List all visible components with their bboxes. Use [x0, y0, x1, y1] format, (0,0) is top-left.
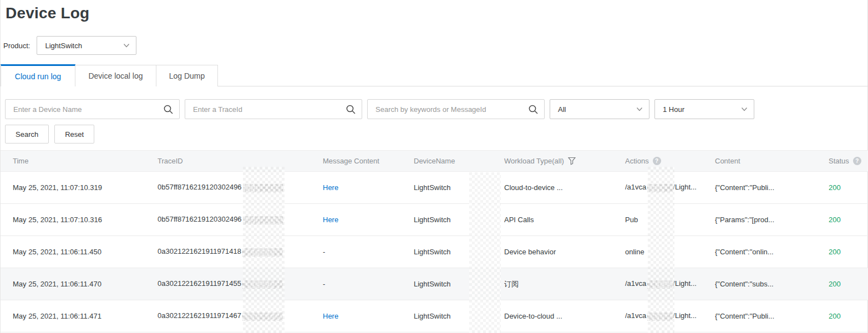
action-button-row: Search Reset — [5, 125, 94, 144]
action-text: /a1vca — [625, 279, 646, 288]
cell-message-content: Here — [323, 312, 414, 320]
cell-traceid: 0a3021221621911971467 — [158, 311, 323, 320]
cell-time: May 25, 2021, 11:07:10.316 — [13, 216, 158, 224]
redacted-block — [242, 280, 283, 289]
redacted-block — [647, 280, 673, 289]
cell-workload-type: Cloud-to-device ... — [504, 183, 625, 192]
cell-content: {"Params":"[prod... — [715, 216, 829, 224]
help-circle-icon[interactable] — [853, 157, 861, 165]
col-header-actions-label: Actions — [625, 157, 649, 165]
cell-workload-type: 订阅 — [504, 279, 625, 289]
col-header-workload-type: Workload Type(all) — [504, 157, 625, 165]
log-table: Time TraceID Message Content DeviceName … — [1, 150, 868, 332]
cell-traceid: 0b57ff8716219120302496 — [158, 215, 323, 224]
trace-id-input[interactable] — [185, 100, 362, 119]
cell-time: May 25, 2021, 11:06:11.470 — [13, 280, 158, 288]
cell-status: 200 — [829, 183, 868, 192]
col-header-message-content: Message Content — [323, 157, 414, 165]
filter-funnel-icon[interactable] — [568, 157, 576, 165]
cell-workload-type: Device-to-cloud ... — [504, 312, 625, 320]
message-empty: - — [323, 248, 325, 256]
product-select[interactable]: LightSwitch — [37, 36, 136, 55]
col-header-time: Time — [13, 157, 158, 165]
filter-toolbar: All 1 Hour — [5, 99, 754, 119]
traceid-text: 0a3021221621911971467 — [158, 311, 241, 320]
col-header-content: Content — [715, 157, 829, 165]
cell-message-content: Here — [323, 183, 414, 192]
cell-status: 200 — [829, 312, 868, 320]
chevron-down-icon — [123, 42, 130, 49]
traceid-text: 0a3021221621911971455 — [158, 279, 241, 288]
table-row: May 25, 2021, 11:07:10.3160b57ff87162191… — [1, 204, 868, 236]
tab-bar: Cloud run log Device local log Log Dump — [1, 65, 868, 86]
cell-traceid: 0a3021221621911971455 — [158, 279, 323, 288]
redacted-block — [242, 248, 283, 257]
action-text: /a1vca — [625, 311, 646, 320]
redacted-block — [243, 216, 283, 224]
device-name-search — [5, 99, 180, 119]
col-header-status: Status — [829, 157, 868, 165]
action-text: online — [625, 248, 644, 256]
help-circle-icon[interactable] — [653, 157, 661, 165]
cell-devicename: LightSwitch — [414, 216, 504, 224]
chevron-down-icon — [740, 105, 748, 113]
search-button[interactable]: Search — [5, 125, 49, 144]
message-here-link[interactable]: Here — [323, 216, 338, 224]
table-row: May 25, 2021, 11:06:11.4710a302122162191… — [1, 300, 868, 332]
cell-content: {"Content":"subs... — [715, 280, 829, 288]
table-row: May 25, 2021, 11:06:11.4500a302122162191… — [1, 236, 868, 268]
trace-id-search — [185, 99, 362, 119]
cell-status: 200 — [829, 216, 868, 224]
action-text: /Light... — [673, 279, 697, 288]
keyword-search — [367, 99, 545, 119]
log-type-select-value: All — [558, 105, 566, 114]
reset-button[interactable]: Reset — [54, 125, 94, 144]
cell-content: {"Content":"onlin... — [715, 248, 829, 256]
search-icon[interactable] — [528, 104, 539, 115]
cell-content: {"Content":"Publi... — [715, 183, 829, 192]
product-label: Product: — [3, 42, 30, 50]
cell-devicename: LightSwitch — [414, 248, 504, 256]
cell-workload-type: API Calls — [504, 216, 625, 224]
cell-devicename: LightSwitch — [414, 280, 504, 288]
search-icon[interactable] — [346, 104, 356, 115]
traceid-text: 0b57ff8716219120302496 — [158, 215, 242, 223]
cell-status: 200 — [829, 248, 868, 256]
tab-log-dump[interactable]: Log Dump — [156, 65, 218, 86]
log-type-select[interactable]: All — [550, 99, 649, 119]
cell-content: {"Content":"Publi... — [715, 312, 829, 320]
cell-actions: /a1vca/Light... — [625, 279, 715, 288]
cell-traceid: 0b57ff8716219120302496 — [158, 183, 323, 192]
cell-traceid: 0a3021221621911971418 — [158, 247, 323, 256]
message-here-link[interactable]: Here — [323, 183, 338, 192]
keyword-input[interactable] — [368, 100, 544, 119]
device-name-input[interactable] — [6, 100, 179, 119]
search-icon[interactable] — [163, 104, 174, 115]
traceid-text: 0a3021221621911971418 — [158, 247, 241, 255]
message-here-link[interactable]: Here — [323, 312, 338, 320]
table-row: May 25, 2021, 11:06:11.4700a302122162191… — [1, 268, 868, 300]
tab-cloud-run-log[interactable]: Cloud run log — [1, 64, 75, 86]
time-range-select[interactable]: 1 Hour — [654, 99, 754, 119]
cell-actions: Pub — [625, 216, 715, 224]
cell-time: May 25, 2021, 11:06:11.450 — [13, 248, 158, 256]
chevron-down-icon — [636, 105, 643, 113]
cell-actions: online — [625, 248, 715, 256]
cell-status: 200 — [829, 280, 868, 288]
cell-message-content: - — [323, 248, 414, 256]
message-empty: - — [323, 280, 325, 288]
action-text: /Light... — [673, 183, 697, 191]
cell-time: May 25, 2021, 11:07:10.319 — [13, 183, 158, 192]
traceid-text: 0b57ff8716219120302496 — [158, 183, 242, 191]
product-filter-row: Product: LightSwitch — [3, 35, 136, 55]
col-header-workload-type-label: Workload Type(all) — [504, 157, 564, 165]
cell-message-content: Here — [323, 216, 414, 224]
tab-device-local-log[interactable]: Device local log — [75, 65, 156, 86]
col-header-devicename: DeviceName — [414, 157, 504, 165]
page-title: Device Log — [6, 4, 89, 22]
cell-message-content: - — [323, 280, 414, 288]
action-text: Pub — [625, 216, 638, 224]
cell-time: May 25, 2021, 11:06:11.471 — [13, 312, 158, 320]
cell-workload-type: Device behavior — [504, 248, 625, 256]
col-header-actions: Actions — [625, 157, 715, 165]
